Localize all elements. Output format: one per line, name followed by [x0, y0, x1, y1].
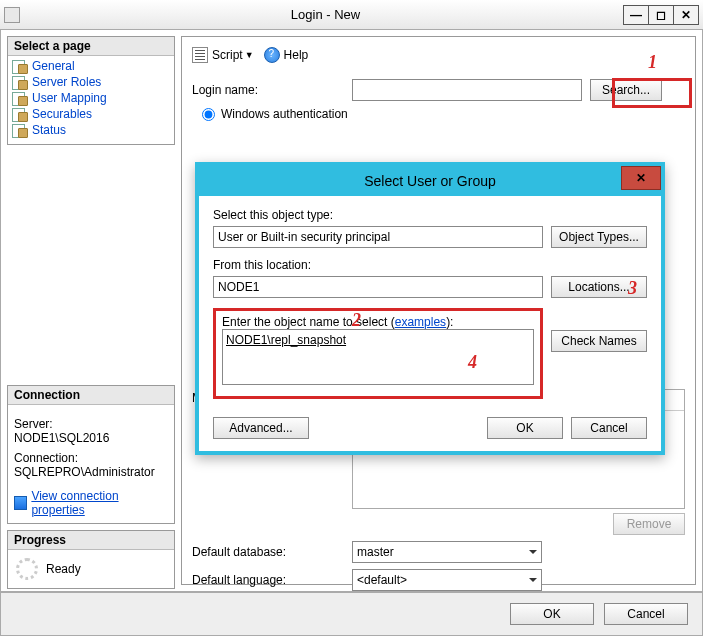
connection-header: Connection	[8, 386, 174, 405]
search-button[interactable]: Search...	[590, 79, 662, 101]
advanced-button[interactable]: Advanced...	[213, 417, 309, 439]
select-user-dialog: Select User or Group ✕ Select this objec…	[195, 162, 665, 455]
login-name-label: Login name:	[192, 83, 352, 97]
server-value: NODE1\SQL2016	[14, 431, 168, 445]
sidebar-item-label: User Mapping	[32, 91, 107, 105]
help-label: Help	[284, 48, 309, 62]
view-connection-properties-label: View connection properties	[31, 489, 168, 517]
app-icon	[4, 7, 20, 23]
sidebar-item-label: General	[32, 59, 75, 73]
default-database-label: Default database:	[192, 545, 352, 559]
sidebar-item-server-roles[interactable]: Server Roles	[10, 74, 172, 90]
progress-panel: Progress Ready	[7, 530, 175, 589]
sidebar-item-general[interactable]: General	[10, 58, 172, 74]
connection-label: Connection:	[14, 451, 168, 465]
connection-value: SQLREPRO\Administrator	[14, 465, 168, 479]
sidebar-item-label: Status	[32, 123, 66, 137]
sidebar-item-user-mapping[interactable]: User Mapping	[10, 90, 172, 106]
dialog-cancel-button[interactable]: Cancel	[571, 417, 647, 439]
default-language-select[interactable]: <default>	[352, 569, 542, 591]
dialog-title: Select User or Group	[364, 173, 496, 189]
progress-header: Progress	[8, 531, 174, 550]
object-name-label: Enter the object name to select (example…	[222, 315, 453, 329]
server-label: Server:	[14, 417, 168, 431]
dialog-close-button[interactable]: ✕	[621, 166, 661, 190]
select-page-header: Select a page	[8, 37, 174, 56]
sidebar-item-label: Securables	[32, 107, 92, 121]
page-icon	[12, 123, 28, 137]
page-icon	[12, 75, 28, 89]
script-button[interactable]: Script ▼	[192, 47, 254, 63]
minimize-button[interactable]: —	[623, 5, 649, 25]
help-button[interactable]: Help	[264, 47, 309, 63]
object-type-label: Select this object type:	[213, 208, 647, 222]
maximize-button[interactable]: ◻	[648, 5, 674, 25]
help-icon	[264, 47, 280, 63]
object-name-highlight-box: Enter the object name to select (example…	[213, 308, 543, 399]
remove-button[interactable]: Remove	[613, 513, 685, 535]
page-icon	[12, 59, 28, 73]
sidebar-item-securables[interactable]: Securables	[10, 106, 172, 122]
dialog-titlebar: Select User or Group ✕	[199, 166, 661, 196]
location-input[interactable]	[213, 276, 543, 298]
check-names-button[interactable]: Check Names	[551, 330, 647, 352]
window-close-button[interactable]: ✕	[673, 5, 699, 25]
cancel-button[interactable]: Cancel	[604, 603, 688, 625]
location-label: From this location:	[213, 258, 647, 272]
windows-auth-label: Windows authentication	[221, 107, 348, 121]
connection-panel: Connection Server: NODE1\SQL2016 Connect…	[7, 385, 175, 524]
footer-bar: OK Cancel	[0, 592, 703, 636]
login-name-input[interactable]	[352, 79, 582, 101]
object-name-input[interactable]	[222, 329, 534, 385]
select-page-panel: Select a page General Server Roles User …	[7, 36, 175, 145]
examples-link[interactable]: examples	[395, 315, 446, 329]
default-database-select[interactable]: master	[352, 541, 542, 563]
object-type-input[interactable]	[213, 226, 543, 248]
spinner-icon	[16, 558, 38, 580]
locations-button[interactable]: Locations...	[551, 276, 647, 298]
windows-auth-radio[interactable]	[202, 108, 215, 121]
properties-icon	[14, 496, 27, 510]
default-language-label: Default language:	[192, 573, 352, 587]
dialog-ok-button[interactable]: OK	[487, 417, 563, 439]
object-types-button[interactable]: Object Types...	[551, 226, 647, 248]
sidebar-item-label: Server Roles	[32, 75, 101, 89]
default-language-value: <default>	[357, 573, 407, 587]
page-icon	[12, 107, 28, 121]
chevron-down-icon: ▼	[245, 50, 254, 60]
ok-button[interactable]: OK	[510, 603, 594, 625]
titlebar: Login - New — ◻ ✕	[0, 0, 703, 30]
default-database-value: master	[357, 545, 394, 559]
view-connection-properties-link[interactable]: View connection properties	[14, 489, 168, 517]
sidebar-item-status[interactable]: Status	[10, 122, 172, 138]
script-label: Script	[212, 48, 243, 62]
page-icon	[12, 91, 28, 105]
window-title: Login - New	[28, 7, 623, 22]
script-icon	[192, 47, 208, 63]
progress-status: Ready	[46, 562, 81, 576]
